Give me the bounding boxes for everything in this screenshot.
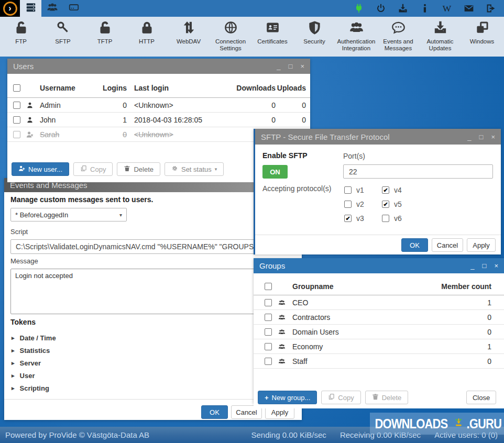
toolbar-item-tftp[interactable]: TFTP: [84, 17, 126, 57]
connection-plug-icon[interactable]: [353, 3, 365, 14]
token-group-statistics[interactable]: ▸Statistics: [12, 344, 56, 357]
sprout-download-icon: [454, 417, 464, 430]
new-group-button[interactable]: + New group...: [258, 391, 317, 404]
cancel-button[interactable]: Cancel: [432, 238, 463, 252]
logout-icon[interactable]: [485, 3, 497, 14]
row-checkbox[interactable]: [13, 102, 20, 109]
sftp-window-titlebar[interactable]: SFTP - Secure File Transfer Protocol _ □…: [255, 129, 501, 145]
delete-button[interactable]: Delete: [117, 162, 160, 176]
toolbar-item-ftp[interactable]: FTP: [0, 17, 42, 57]
table-row[interactable]: Staff 0: [254, 354, 504, 369]
mail-icon[interactable]: [463, 3, 475, 14]
column-downloads[interactable]: Downloads: [224, 84, 277, 92]
select-all-checkbox[interactable]: [265, 283, 272, 290]
minimize-icon[interactable]: _: [467, 134, 471, 140]
ok-button[interactable]: OK: [401, 238, 428, 252]
token-group-scripting[interactable]: ▸Scripting: [12, 382, 56, 394]
toolbar-item-http[interactable]: HTTP: [126, 17, 168, 57]
copy-button[interactable]: Copy: [73, 162, 113, 176]
user-icon: [26, 116, 40, 124]
toolbar-item-automatic-updates[interactable]: Automatic Updates: [419, 17, 461, 57]
column-member-count[interactable]: Member count: [430, 282, 492, 291]
protocol-checkbox-v6[interactable]: v6: [382, 214, 402, 223]
sftp-window: SFTP - Secure File Transfer Protocol _ □…: [254, 129, 501, 254]
delete-button[interactable]: Delete: [365, 391, 409, 404]
protocol-checkbox-v4[interactable]: ✔v4: [382, 186, 402, 194]
tab-storage[interactable]: [63, 0, 84, 17]
groups-window-titlebar[interactable]: Groups _ □ ×: [254, 258, 504, 273]
users-window-titlebar[interactable]: Users _ □ ×: [7, 59, 310, 74]
row-checkbox[interactable]: [13, 131, 20, 138]
group-icon: [278, 358, 292, 365]
toolbar-item-authentication-integration[interactable]: Authentication Integration: [335, 17, 377, 57]
column-groupname[interactable]: Groupname: [292, 282, 430, 291]
toolbar-item-windows[interactable]: Windows: [461, 17, 503, 57]
set-status-button[interactable]: Set status ▾: [165, 162, 224, 176]
enable-sftp-toggle[interactable]: ON: [262, 165, 288, 179]
close-icon[interactable]: ×: [491, 134, 495, 140]
user-icon: [26, 102, 40, 109]
column-logins[interactable]: Logins: [101, 84, 128, 92]
ports-input[interactable]: [343, 164, 493, 179]
row-checkbox[interactable]: [265, 299, 272, 306]
event-select-dropdown[interactable]: * BeforeLoggedIn ▾: [10, 208, 127, 222]
download-icon[interactable]: [397, 3, 409, 14]
downloads-guru-watermark: DOWNLOADS .GURU: [370, 413, 504, 435]
protocol-checkbox-v3[interactable]: ✔v3: [344, 214, 364, 223]
column-username[interactable]: Username: [40, 84, 101, 92]
apply-button[interactable]: Apply: [467, 238, 496, 252]
column-last-login[interactable]: Last login: [128, 84, 224, 92]
protocol-toolbar: FTP SFTP TFTP HTTP WebDAV Connection Set…: [0, 17, 504, 57]
row-checkbox[interactable]: [265, 314, 272, 321]
plus-icon: +: [265, 394, 269, 402]
power-icon[interactable]: [375, 3, 387, 14]
wikipedia-icon[interactable]: [441, 3, 453, 14]
protocol-checkbox-v1[interactable]: v1: [344, 186, 364, 194]
toolbar-item-events-and-messages[interactable]: Events and Messages: [377, 17, 419, 57]
copy-button[interactable]: Copy: [321, 391, 360, 404]
toolbar-item-sftp[interactable]: SFTP: [42, 17, 84, 57]
tab-users[interactable]: [41, 0, 63, 17]
expand-icon: ▸: [12, 372, 15, 379]
shield-icon: [307, 20, 322, 37]
app-logo: ›: [0, 0, 20, 17]
select-all-checkbox[interactable]: [13, 84, 20, 92]
group-icon: [278, 314, 292, 321]
close-button[interactable]: Close: [466, 391, 496, 404]
row-checkbox[interactable]: [265, 343, 272, 350]
protocol-checkbox-v2[interactable]: v2: [344, 200, 364, 208]
close-icon[interactable]: ×: [300, 63, 304, 70]
table-row[interactable]: Domain Users 0: [254, 325, 504, 339]
table-row[interactable]: John 1 2018-04-03 16:28:05 0 0: [7, 113, 310, 127]
tab-server-list[interactable]: [20, 0, 41, 17]
row-checkbox[interactable]: [265, 328, 272, 336]
id-card-icon: [265, 20, 280, 37]
token-group-user[interactable]: ▸User: [12, 369, 56, 382]
maximize-icon[interactable]: □: [483, 262, 487, 269]
protocol-checkbox-v5[interactable]: ✔v5: [382, 200, 402, 208]
token-group-date-time[interactable]: ▸Date / Time: [12, 331, 56, 344]
toolbar-item-certificates[interactable]: Certificates: [251, 17, 293, 57]
table-row[interactable]: Economy 1: [254, 339, 504, 354]
table-row[interactable]: CEO 1: [254, 295, 504, 310]
new-user-button[interactable]: New user...: [12, 162, 69, 176]
close-icon[interactable]: ×: [494, 262, 498, 269]
row-checkbox[interactable]: [265, 358, 272, 365]
minimize-icon[interactable]: _: [470, 262, 474, 269]
info-icon[interactable]: [419, 3, 431, 14]
divider: [255, 235, 501, 235]
ok-button[interactable]: OK: [201, 405, 228, 419]
toolbar-item-security[interactable]: Security: [293, 17, 335, 57]
table-row[interactable]: Admin 0 <Unknown> 0 0: [7, 98, 310, 113]
row-checkbox[interactable]: [13, 116, 20, 124]
toolbar-item-connection-settings[interactable]: Connection Settings: [210, 17, 251, 57]
token-group-server[interactable]: ▸Server: [12, 357, 56, 369]
maximize-icon[interactable]: □: [289, 63, 293, 70]
maximize-icon[interactable]: □: [479, 134, 484, 140]
group-icon: [278, 343, 292, 350]
table-row[interactable]: Contractors 0: [254, 310, 504, 325]
check-icon: ✔: [383, 202, 388, 207]
toolbar-item-webdav[interactable]: WebDAV: [168, 17, 210, 57]
column-uploads[interactable]: Uploads: [277, 84, 307, 92]
minimize-icon[interactable]: _: [277, 63, 280, 70]
